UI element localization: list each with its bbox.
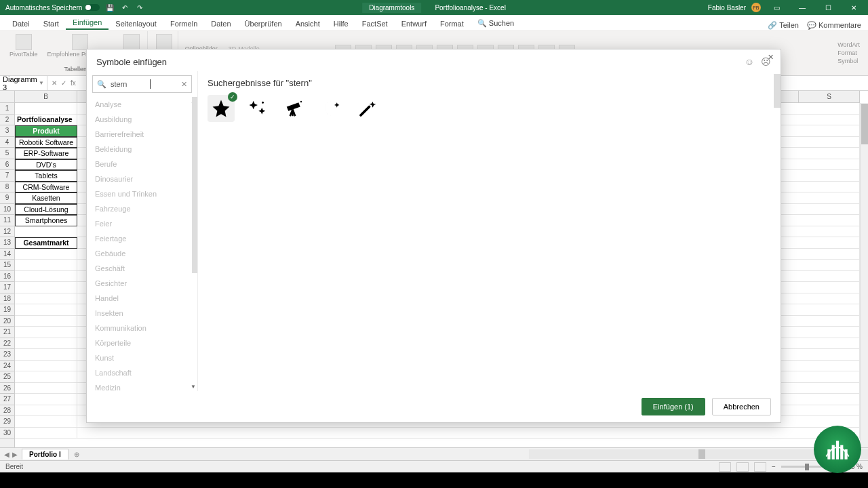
page-break-view-icon[interactable] [754, 462, 766, 472]
chevron-down-icon[interactable]: ▼ [39, 80, 44, 86]
category-item[interactable]: Barrierefreiheit [87, 127, 197, 142]
category-item[interactable]: Kommunikation [87, 321, 197, 336]
category-item[interactable]: Dinosaurier [87, 171, 197, 186]
row-header[interactable]: 30 [0, 428, 14, 439]
category-item[interactable]: Gesichter [87, 276, 197, 291]
tab-ueberpruefen[interactable]: Überprüfen [238, 18, 289, 30]
save-icon[interactable]: 💾 [105, 3, 115, 12]
stars-multi-icon-option[interactable] [244, 95, 271, 122]
tab-format[interactable]: Format [433, 18, 471, 30]
tab-einfuegen[interactable]: Einfügen [66, 16, 108, 30]
row-header[interactable]: 27 [0, 394, 14, 405]
category-item[interactable]: Landschaft [87, 365, 197, 380]
name-box[interactable]: Diagramm 3▼ [0, 75, 47, 92]
results-scrollbar[interactable] [774, 71, 781, 391]
tab-hilfe[interactable]: Hilfe [327, 18, 355, 30]
cell[interactable]: ERP-Software [15, 148, 77, 159]
row-header[interactable]: 29 [0, 416, 14, 428]
category-item[interactable]: Ausbildung [87, 112, 197, 127]
cell[interactable]: Produkt [15, 125, 77, 137]
tab-seitenlayout[interactable]: Seitenlayout [108, 18, 163, 30]
category-item[interactable]: Bekleidung [87, 142, 197, 157]
share-button[interactable]: 🔗 Teilen [768, 21, 799, 30]
row-header[interactable]: 17 [0, 282, 14, 293]
cell[interactable]: Robotik Software [15, 137, 77, 148]
category-item[interactable]: Körperteile [87, 336, 197, 350]
vertical-scrollbar[interactable] [860, 103, 868, 447]
row-header[interactable]: 16 [0, 271, 14, 283]
row-header[interactable]: 7 [0, 170, 14, 182]
cell[interactable] [77, 428, 860, 439]
cell[interactable]: Smartphones [15, 215, 77, 226]
minimize-icon[interactable]: — [792, 1, 812, 14]
cell[interactable]: Tablets [15, 170, 77, 182]
format-button[interactable]: Format [837, 49, 860, 56]
close-window-icon[interactable]: ✕ [844, 1, 864, 14]
cancel-formula-icon[interactable]: ✕ [52, 79, 57, 87]
col-header-b[interactable]: B [15, 91, 77, 102]
row-header[interactable]: 2 [0, 115, 14, 126]
category-item[interactable]: Feiertage [87, 231, 197, 246]
cell[interactable] [15, 293, 77, 305]
cell[interactable]: Portfolioanalyse [15, 115, 77, 126]
category-item[interactable]: Fahrzeuge [87, 201, 197, 216]
redo-icon[interactable]: ↷ [135, 3, 144, 12]
row-header[interactable]: 3 [0, 125, 14, 137]
cell[interactable] [15, 416, 77, 428]
tell-me-search[interactable]: 🔍 Suchen [471, 17, 521, 30]
row-header[interactable]: 4 [0, 137, 14, 148]
row-header[interactable]: 24 [0, 361, 14, 372]
scroll-down-icon[interactable]: ▼ [191, 384, 196, 390]
tab-start[interactable]: Start [37, 18, 66, 30]
wordart-button[interactable]: WordArt [837, 41, 860, 48]
tab-entwurf[interactable]: Entwurf [395, 18, 433, 30]
telescope-icon-option[interactable] [281, 95, 308, 122]
cell[interactable] [15, 405, 77, 417]
category-item[interactable]: Kunst [87, 350, 197, 365]
row-header[interactable]: 13 [0, 237, 14, 249]
row-header[interactable]: 18 [0, 293, 14, 305]
row-header[interactable]: 28 [0, 405, 14, 417]
maximize-icon[interactable]: ☐ [818, 1, 838, 14]
row-header[interactable]: 22 [0, 338, 14, 350]
crescent-star-icon-option[interactable] [317, 95, 344, 122]
row-header[interactable]: 10 [0, 204, 14, 216]
row-header[interactable]: 12 [0, 226, 14, 238]
comments-button[interactable]: 💬 Kommentare [807, 21, 861, 30]
tab-datei[interactable]: Datei [5, 18, 37, 30]
tab-daten[interactable]: Daten [204, 18, 237, 30]
confirm-formula-icon[interactable]: ✓ [61, 79, 66, 87]
tab-factset[interactable]: FactSet [355, 18, 395, 30]
user-avatar[interactable]: FB [751, 3, 761, 12]
category-item[interactable]: Feier [87, 216, 197, 231]
insert-button[interactable]: Einfügen (1) [642, 398, 705, 415]
cancel-button[interactable]: Abbrechen [712, 398, 771, 415]
sheet-nav-next-icon[interactable]: ▶ [12, 451, 18, 458]
shooting-star-icon-option[interactable] [354, 95, 381, 122]
row-header[interactable]: 14 [0, 249, 14, 260]
page-layout-view-icon[interactable] [736, 462, 749, 472]
category-item[interactable]: Insekten [87, 306, 197, 321]
normal-view-icon[interactable] [719, 462, 731, 472]
cell[interactable] [15, 428, 77, 439]
category-item[interactable]: Berufe [87, 157, 197, 171]
row-header[interactable]: 26 [0, 383, 14, 394]
row-header[interactable]: 15 [0, 260, 14, 271]
cell[interactable] [15, 316, 77, 327]
category-list[interactable]: ▲ ▼ AnalyseAusbildungBarrierefreiheitBek… [87, 97, 197, 391]
sheet-nav-prev-icon[interactable]: ◀ [4, 451, 9, 458]
cell[interactable] [15, 371, 77, 383]
row-header[interactable]: 20 [0, 316, 14, 327]
row-header[interactable]: 25 [0, 371, 14, 383]
dialog-close-icon[interactable]: ✕ [764, 52, 776, 62]
symbol-button[interactable]: Symbol [837, 58, 860, 64]
cell[interactable] [15, 361, 77, 372]
pivot-table-button[interactable]: PivotTable [7, 33, 41, 59]
cell[interactable] [15, 304, 77, 316]
tab-ansicht[interactable]: Ansicht [289, 18, 327, 30]
cell[interactable] [15, 103, 77, 115]
cell[interactable] [15, 282, 77, 293]
row-header[interactable]: 21 [0, 327, 14, 338]
smiley-icon[interactable]: ☺ [745, 56, 754, 67]
row-header[interactable]: 6 [0, 159, 14, 171]
